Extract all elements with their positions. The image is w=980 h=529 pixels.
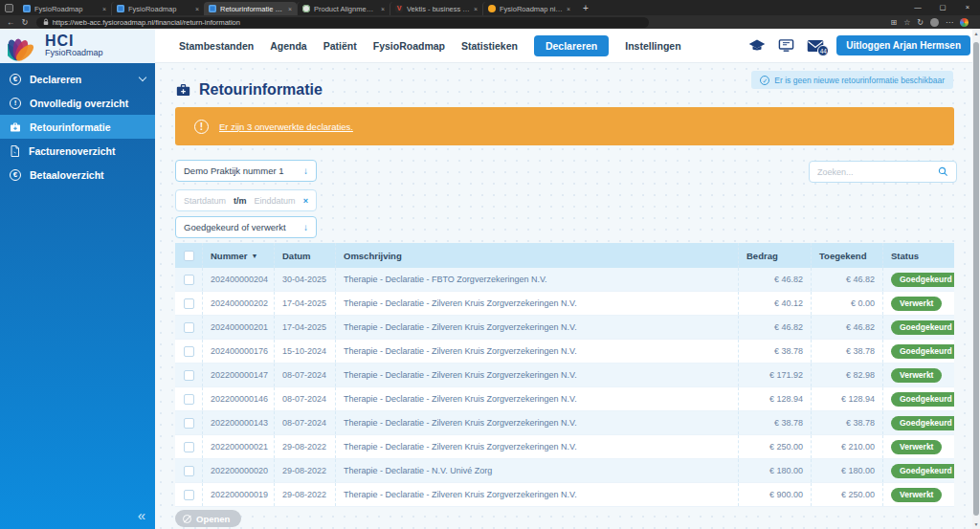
table-row[interactable]: 202200000143 08-07-2024 Therapie - Decla… xyxy=(175,411,954,435)
tab-close-icon[interactable]: × xyxy=(381,6,385,12)
search-input[interactable] xyxy=(817,167,938,177)
sidebar-item-facturenoverzicht[interactable]: Facturenoverzicht xyxy=(0,139,155,163)
row-checkbox[interactable] xyxy=(184,466,194,476)
table-row[interactable]: 202200000146 08-07-2024 Therapie - Decla… xyxy=(175,387,954,411)
table-row[interactable]: 202400000202 17-04-2025 Therapie - Decla… xyxy=(175,292,954,316)
cell-bedrag: € 38.78 xyxy=(739,340,812,363)
row-checkbox[interactable] xyxy=(184,394,194,405)
row-checkbox[interactable] xyxy=(184,370,194,381)
cell-omschrijving: Therapie - Declaratie - Zilveren Kruis Z… xyxy=(336,387,739,410)
column-header-status[interactable]: Status xyxy=(883,243,954,268)
table-row[interactable]: 202400000204 30-04-2025 Therapie - Decla… xyxy=(175,268,954,292)
open-button[interactable]: Openen xyxy=(175,510,241,527)
logout-button[interactable]: Uitloggen Arjan Hermsen xyxy=(836,35,970,55)
nav-agenda[interactable]: Agenda xyxy=(270,40,307,52)
window-close-button[interactable]: × xyxy=(955,0,980,15)
clear-dates-icon[interactable]: × xyxy=(303,196,308,206)
cell-bedrag: € 180.00 xyxy=(739,459,812,482)
sidebar-item-onvolledig-overzicht[interactable]: ! Onvolledig overzicht xyxy=(0,91,155,115)
nav-patient[interactable]: Patiënt xyxy=(323,40,357,52)
back-icon[interactable]: ← xyxy=(7,17,15,27)
browser-tab-4[interactable]: Product Alignment FRM 2025.xlsx × xyxy=(297,2,390,15)
more-options-icon[interactable]: ⋯ xyxy=(946,18,953,27)
browser-tab-active[interactable]: Retourinformatie - FysioRoadmap × xyxy=(204,2,297,15)
cell-omschrijving: Therapie - Declaratie - Zilveren Kruis Z… xyxy=(336,316,739,339)
scroll-down-icon[interactable]: ▼ xyxy=(972,521,980,527)
scroll-up-icon[interactable]: ▲ xyxy=(972,31,980,36)
status-filter-dropdown[interactable]: Goedgekeurd of verwerkt ↓ xyxy=(175,216,317,238)
workspace-icon[interactable] xyxy=(5,4,13,12)
cell-toegekend: € 210.00 xyxy=(812,435,883,458)
column-header-bedrag[interactable]: Bedrag xyxy=(739,243,812,268)
window-maximize-button[interactable]: ▢ xyxy=(930,0,955,15)
mail-icon[interactable]: 44 xyxy=(807,39,824,53)
main-content: ✓ Er is geen nieuwe retourinformatie bes… xyxy=(155,63,972,529)
browser-avatar-icon[interactable] xyxy=(960,18,969,27)
status-badge: Goedgekeurd xyxy=(891,392,954,407)
table-row[interactable]: 202400000176 15-10-2024 Therapie - Decla… xyxy=(175,340,954,364)
row-checkbox[interactable] xyxy=(184,490,194,500)
select-all-checkbox[interactable] xyxy=(184,251,194,261)
row-checkbox[interactable] xyxy=(184,275,194,285)
tab-close-icon[interactable]: × xyxy=(567,6,570,12)
table-row[interactable]: 202200000147 08-07-2024 Therapie - Decla… xyxy=(175,364,954,387)
nav-statistieken[interactable]: Statistieken xyxy=(461,40,518,52)
cell-omschrijving: Therapie - Declaratie - Zilveren Kruis Z… xyxy=(336,435,739,458)
nav-stambestanden[interactable]: Stambestanden xyxy=(179,40,254,52)
row-checkbox[interactable] xyxy=(184,346,194,357)
profile-icon[interactable] xyxy=(930,18,939,27)
practice-dropdown[interactable]: Demo Praktijk nummer 1 ↓ xyxy=(175,160,317,182)
table-row[interactable]: 202400000201 17-04-2025 Therapie - Decla… xyxy=(175,316,954,340)
sidebar-collapse-button[interactable]: « xyxy=(138,507,145,523)
app-logo[interactable]: HCI FysioRoadmap xyxy=(0,29,155,63)
sync-icon[interactable]: ↻ xyxy=(917,18,924,27)
lock-icon xyxy=(43,18,49,26)
column-header-toegekend[interactable]: Toegekend xyxy=(812,243,883,268)
browser-tab-6[interactable]: FysioRoadmap nieuwsbrief | nov × xyxy=(482,2,575,15)
fysioroadmap-favicon xyxy=(117,5,124,12)
cell-nummer: 202200000147 xyxy=(203,364,275,386)
fysioroadmap-favicon xyxy=(209,5,216,12)
page-scrollbar[interactable]: ▲ ▼ xyxy=(972,29,980,529)
refresh-icon[interactable]: ↻ xyxy=(22,17,29,27)
table-row[interactable]: 202200000020 29-08-2022 Therapie - Decla… xyxy=(175,459,954,483)
sidebar-item-retourinformatie[interactable]: Retourinformatie xyxy=(0,115,155,139)
row-checkbox[interactable] xyxy=(184,298,194,309)
tab-close-icon[interactable]: × xyxy=(102,6,106,12)
split-screen-icon[interactable]: ⊞ xyxy=(890,18,897,27)
scrollbar-thumb[interactable] xyxy=(973,42,979,516)
browser-tab-2[interactable]: FysioRoadmap × xyxy=(111,2,204,15)
sidebar-item-declareren[interactable]: € Declareren xyxy=(0,67,155,91)
sidebar-item-betaaloverzicht[interactable]: € Betaaloverzicht xyxy=(0,163,155,187)
search-icon[interactable] xyxy=(938,166,948,177)
end-date-field[interactable]: Einddatum xyxy=(255,196,296,206)
row-checkbox[interactable] xyxy=(184,322,194,333)
browser-tab-1[interactable]: FysioRoadmap × xyxy=(18,2,111,15)
nav-fysioroadmap[interactable]: FysioRoadmap xyxy=(373,40,445,52)
row-checkbox[interactable] xyxy=(184,418,194,429)
column-header-omschrijving[interactable]: Omschrijving xyxy=(336,243,739,268)
nav-declareren[interactable]: Declareren xyxy=(534,35,609,56)
row-checkbox[interactable] xyxy=(184,442,194,452)
column-header-datum[interactable]: Datum xyxy=(275,243,336,268)
table-row[interactable]: 202200000019 29-08-2022 Therapie - Decla… xyxy=(175,483,954,507)
window-minimize-button[interactable]: — xyxy=(905,0,930,15)
cell-omschrijving: Therapie - Declaratie - Zilveren Kruis Z… xyxy=(336,364,739,386)
favorites-star-icon[interactable]: ☆ xyxy=(903,18,910,27)
cell-datum: 17-04-2025 xyxy=(275,292,336,315)
tab-close-icon[interactable]: × xyxy=(288,6,292,12)
column-header-nummer[interactable]: Nummer▼ xyxy=(203,243,275,268)
nav-instellingen[interactable]: Instellingen xyxy=(625,40,680,52)
date-range-filter[interactable]: Startdatum t/m Einddatum × xyxy=(175,189,317,211)
tab-close-icon[interactable]: × xyxy=(474,6,478,12)
education-cap-icon[interactable] xyxy=(748,38,766,53)
tab-close-icon[interactable]: × xyxy=(195,6,199,12)
browser-tab-5[interactable]: V Vektis - business intelligence ce × xyxy=(390,2,482,15)
address-bar-input[interactable]: https://web-acc.fysioroadmap.nl/financia… xyxy=(36,17,649,28)
unprocessed-declarations-link[interactable]: Er zijn 3 onverwerkte declaraties. xyxy=(219,121,353,132)
screen-share-icon[interactable] xyxy=(778,38,794,53)
table-row[interactable]: 202200000021 29-08-2022 Therapie - Decla… xyxy=(175,435,954,459)
cell-bedrag: € 46.82 xyxy=(739,268,812,291)
new-tab-button[interactable]: + xyxy=(583,3,589,13)
start-date-field[interactable]: Startdatum xyxy=(184,196,226,206)
